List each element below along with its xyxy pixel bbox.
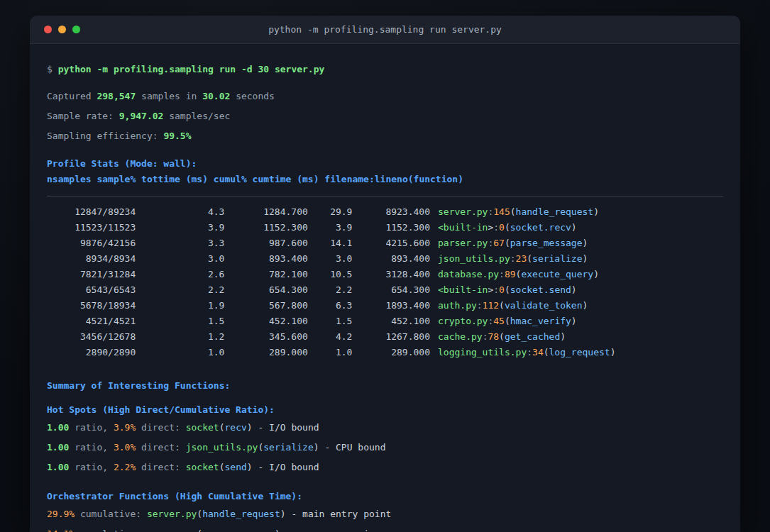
cell-tottime_ms: 567.800 xyxy=(224,298,307,314)
cell-sample_pct: 3.0 xyxy=(136,251,224,267)
cell-tottime_ms: 654.300 xyxy=(224,282,307,298)
cell-tottime_ms: 1152.300 xyxy=(224,220,307,235)
cell-function: database.py:89(execute_query) xyxy=(438,269,599,279)
profile-stats-title: Profile Stats (Mode: wall): xyxy=(47,156,723,172)
cell-nsamples: 7821/31284 xyxy=(47,267,136,282)
cell-function: auth.py:112(validate_token) xyxy=(438,300,588,311)
cell-nsamples: 8934/8934 xyxy=(47,251,136,267)
summary-title: Summary of Interesting Functions: xyxy=(47,378,723,394)
command-text: python -m profiling.sampling run -d 30 s… xyxy=(58,64,325,74)
profile-row: 4521/45211.5452.1001.5452.100crypto.py:4… xyxy=(47,314,723,329)
cell-tottime_ms: 987.600 xyxy=(224,235,307,251)
hot-spots-title: Hot Spots (High Direct/Cumulative Ratio)… xyxy=(47,402,723,418)
profile-row: 12847/892344.31284.70029.98923.400server… xyxy=(47,204,723,220)
orchestrator-line: 29.9% cumulative: server.py(handle_reque… xyxy=(47,504,723,524)
cell-cumtime_ms: 1152.300 xyxy=(352,220,430,235)
orchestrators-list: 29.9% cumulative: server.py(handle_reque… xyxy=(47,504,723,532)
hot-spot-line: 1.00 ratio, 3.9% direct: socket(recv) - … xyxy=(47,418,723,438)
hot-spots-list: 1.00 ratio, 3.9% direct: socket(recv) - … xyxy=(47,418,723,477)
cell-function: server.py:145(handle_request) xyxy=(438,206,599,217)
profile-row: 2890/28901.0289.0001.0289.000logging_uti… xyxy=(47,345,723,360)
cell-cumul_pct: 3.9 xyxy=(308,220,353,235)
stat-line: Sampling efficiency: 99.5% xyxy=(47,126,723,146)
cell-cumtime_ms: 1893.400 xyxy=(352,298,430,314)
cell-sample_pct: 1.9 xyxy=(136,298,224,314)
cell-cumul_pct: 29.9 xyxy=(308,204,353,220)
cell-cumul_pct: 6.3 xyxy=(308,298,353,314)
profile-row: 9876/421563.3987.60014.14215.600parser.p… xyxy=(47,235,723,251)
cell-nsamples: 12847/89234 xyxy=(47,204,136,220)
orchestrator-line: 14.1% cumulative: parser.py(parse_messag… xyxy=(47,524,723,532)
hot-spot-line: 1.00 ratio, 3.0% direct: json_utils.py(s… xyxy=(47,438,723,458)
cell-nsamples: 11523/11523 xyxy=(47,220,136,235)
profile-columns-header: nsamples sample% tottime (ms) cumul% cum… xyxy=(47,172,723,187)
maximize-button[interactable] xyxy=(72,26,80,33)
hot-spot-line: 1.00 ratio, 2.2% direct: socket(send) - … xyxy=(47,458,723,477)
cell-sample_pct: 1.5 xyxy=(136,314,224,329)
cell-nsamples: 9876/42156 xyxy=(47,235,136,251)
cell-cumul_pct: 1.0 xyxy=(308,345,353,360)
cell-sample_pct: 1.2 xyxy=(136,329,224,345)
cell-nsamples: 5678/18934 xyxy=(47,298,136,314)
window-controls xyxy=(44,16,80,43)
window-titlebar[interactable]: python -m profiling.sampling run server.… xyxy=(30,16,740,44)
cell-function: <built-in>:0(socket.recv) xyxy=(438,222,577,233)
cell-cumul_pct: 3.0 xyxy=(308,251,353,267)
cell-cumtime_ms: 654.300 xyxy=(352,282,430,298)
cell-tottime_ms: 782.100 xyxy=(224,267,307,282)
cell-tottime_ms: 893.400 xyxy=(224,251,307,267)
stat-line: Sample rate: 9,947.02 samples/sec xyxy=(47,106,723,126)
terminal-window: python -m profiling.sampling run server.… xyxy=(30,16,740,532)
cell-cumul_pct: 14.1 xyxy=(308,235,353,251)
cell-sample_pct: 2.2 xyxy=(136,282,224,298)
profile-row: 7821/312842.6782.10010.53128.400database… xyxy=(47,267,723,282)
orchestrators-title: Orchestrator Functions (High Cumulative … xyxy=(47,489,723,504)
close-button[interactable] xyxy=(44,26,52,33)
cell-cumtime_ms: 289.000 xyxy=(352,345,430,360)
cell-function: parser.py:67(parse_message) xyxy=(438,238,588,248)
cell-nsamples: 3456/12678 xyxy=(47,329,136,345)
cell-sample_pct: 3.3 xyxy=(136,235,224,251)
profile-row: 3456/126781.2345.6004.21267.800cache.py:… xyxy=(47,329,723,345)
cell-nsamples: 2890/2890 xyxy=(47,345,136,360)
cell-cumtime_ms: 8923.400 xyxy=(352,204,430,220)
profile-row: 11523/115233.91152.3003.91152.300<built-… xyxy=(47,220,723,235)
cell-cumul_pct: 1.5 xyxy=(308,314,353,329)
cell-cumtime_ms: 452.100 xyxy=(352,314,430,329)
cell-cumtime_ms: 893.400 xyxy=(352,251,430,267)
window-title: python -m profiling.sampling run server.… xyxy=(268,24,502,35)
profile-table: 12847/892344.31284.70029.98923.400server… xyxy=(47,204,723,360)
cell-cumtime_ms: 4215.600 xyxy=(352,235,430,251)
cell-function: cache.py:78(get_cached) xyxy=(438,331,566,342)
cell-tottime_ms: 452.100 xyxy=(224,314,307,329)
cell-function: logging_utils.py:34(log_request) xyxy=(438,347,615,358)
command-line: $ python -m profiling.sampling run -d 30… xyxy=(47,60,723,79)
terminal-output[interactable]: $ python -m profiling.sampling run -d 30… xyxy=(30,44,740,532)
profile-row: 5678/189341.9567.8006.31893.400auth.py:1… xyxy=(47,298,723,314)
cell-sample_pct: 4.3 xyxy=(136,204,224,220)
stat-line: Captured 298,547 samples in 30.02 second… xyxy=(47,87,723,106)
cell-function: json_utils.py:23(serialize) xyxy=(438,253,588,264)
cell-tottime_ms: 289.000 xyxy=(224,345,307,360)
cell-cumul_pct: 10.5 xyxy=(308,267,353,282)
prompt-symbol: $ xyxy=(47,64,58,74)
cell-nsamples: 4521/4521 xyxy=(47,314,136,329)
cell-cumtime_ms: 1267.800 xyxy=(352,329,430,345)
cell-cumul_pct: 4.2 xyxy=(308,329,353,345)
profile-row: 6543/65432.2654.3002.2654.300<built-in>:… xyxy=(47,282,723,298)
table-divider xyxy=(47,196,723,196)
cell-function: <built-in>:0(socket.send) xyxy=(438,284,577,295)
cell-sample_pct: 1.0 xyxy=(136,345,224,360)
cell-nsamples: 6543/6543 xyxy=(47,282,136,298)
cell-sample_pct: 3.9 xyxy=(136,220,224,235)
cell-tottime_ms: 1284.700 xyxy=(224,204,307,220)
cell-cumul_pct: 2.2 xyxy=(308,282,353,298)
cell-function: crypto.py:45(hmac_verify) xyxy=(438,316,577,326)
minimize-button[interactable] xyxy=(58,26,66,33)
cell-cumtime_ms: 3128.400 xyxy=(352,267,430,282)
cell-sample_pct: 2.6 xyxy=(136,267,224,282)
capture-stats: Captured 298,547 samples in 30.02 second… xyxy=(47,87,723,146)
cell-tottime_ms: 345.600 xyxy=(224,329,307,345)
profile-row: 8934/89343.0893.4003.0893.400json_utils.… xyxy=(47,251,723,267)
